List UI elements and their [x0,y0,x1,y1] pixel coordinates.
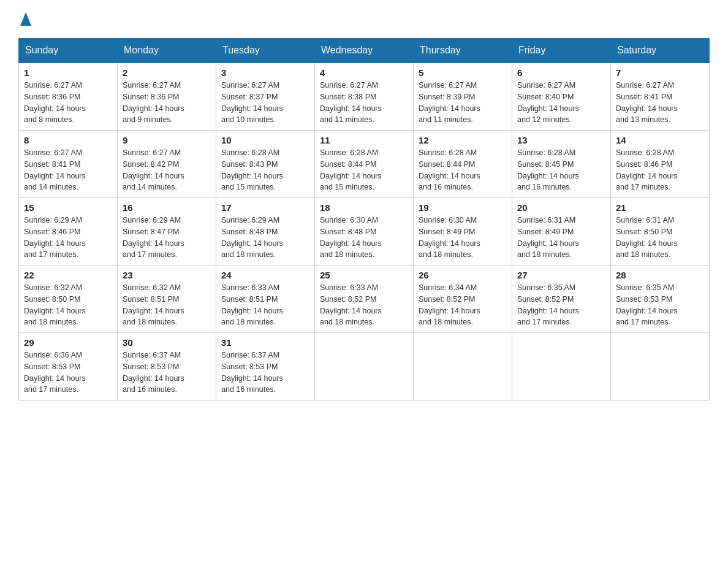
logo-triangle-icon [20,12,31,26]
day-number: 13 [517,135,605,145]
calendar-week-row: 1 Sunrise: 6:27 AMSunset: 8:36 PMDayligh… [19,63,710,131]
weekday-header-tuesday: Tuesday [216,39,315,63]
calendar-day-cell: 17 Sunrise: 6:29 AMSunset: 8:48 PMDaylig… [216,198,315,266]
day-info: Sunrise: 6:27 AMSunset: 8:36 PMDaylight:… [123,81,184,124]
weekday-header-wednesday: Wednesday [315,39,414,63]
day-number: 31 [221,337,309,348]
day-number: 3 [221,67,309,78]
weekday-header-friday: Friday [512,39,611,63]
day-number: 10 [221,135,309,145]
calendar-day-cell: 23 Sunrise: 6:32 AMSunset: 8:51 PMDaylig… [118,266,216,333]
day-info: Sunrise: 6:33 AMSunset: 8:52 PMDaylight:… [320,283,382,326]
day-number: 17 [221,202,309,213]
day-info: Sunrise: 6:28 AMSunset: 8:43 PMDaylight:… [221,148,283,191]
day-info: Sunrise: 6:28 AMSunset: 8:45 PMDaylight:… [517,148,579,191]
day-info: Sunrise: 6:35 AMSunset: 8:52 PMDaylight:… [517,283,579,326]
calendar-day-cell: 29 Sunrise: 6:36 AMSunset: 8:53 PMDaylig… [19,333,118,400]
day-number: 2 [123,67,211,78]
calendar-day-cell: 28 Sunrise: 6:35 AMSunset: 8:53 PMDaylig… [611,266,710,333]
day-info: Sunrise: 6:34 AMSunset: 8:52 PMDaylight:… [419,283,480,326]
calendar-week-row: 8 Sunrise: 6:27 AMSunset: 8:41 PMDayligh… [19,131,710,198]
day-number: 6 [517,67,605,78]
weekday-header-monday: Monday [118,39,216,63]
calendar-day-cell: 14 Sunrise: 6:28 AMSunset: 8:46 PMDaylig… [611,131,710,198]
day-info: Sunrise: 6:31 AMSunset: 8:49 PMDaylight:… [517,216,579,259]
day-number: 18 [320,202,408,213]
day-info: Sunrise: 6:32 AMSunset: 8:50 PMDaylight:… [24,283,86,326]
day-info: Sunrise: 6:29 AMSunset: 8:48 PMDaylight:… [221,216,283,259]
day-number: 28 [616,270,704,280]
calendar-empty-cell [512,333,611,400]
calendar-day-cell: 5 Sunrise: 6:27 AMSunset: 8:39 PMDayligh… [414,63,512,131]
calendar-empty-cell [611,333,710,400]
logo [18,12,33,27]
calendar-day-cell: 24 Sunrise: 6:33 AMSunset: 8:51 PMDaylig… [216,266,315,333]
day-number: 5 [419,67,507,78]
calendar-day-cell: 19 Sunrise: 6:30 AMSunset: 8:49 PMDaylig… [414,198,512,266]
day-info: Sunrise: 6:30 AMSunset: 8:48 PMDaylight:… [320,216,382,259]
day-number: 27 [517,270,605,280]
day-number: 22 [24,270,112,280]
day-number: 25 [320,270,408,280]
calendar-week-row: 15 Sunrise: 6:29 AMSunset: 8:46 PMDaylig… [19,198,710,266]
calendar-day-cell: 12 Sunrise: 6:28 AMSunset: 8:44 PMDaylig… [414,131,512,198]
day-number: 15 [24,202,112,213]
day-info: Sunrise: 6:31 AMSunset: 8:50 PMDaylight:… [616,216,678,259]
calendar-day-cell: 10 Sunrise: 6:28 AMSunset: 8:43 PMDaylig… [216,131,315,198]
calendar-week-row: 22 Sunrise: 6:32 AMSunset: 8:50 PMDaylig… [19,266,710,333]
day-number: 24 [221,270,309,280]
day-number: 21 [616,202,704,213]
calendar-week-row: 29 Sunrise: 6:36 AMSunset: 8:53 PMDaylig… [19,333,710,400]
day-info: Sunrise: 6:28 AMSunset: 8:44 PMDaylight:… [419,148,480,191]
day-info: Sunrise: 6:27 AMSunset: 8:41 PMDaylight:… [24,148,86,191]
day-info: Sunrise: 6:27 AMSunset: 8:39 PMDaylight:… [419,81,480,124]
calendar-empty-cell [315,333,414,400]
day-info: Sunrise: 6:32 AMSunset: 8:51 PMDaylight:… [123,283,184,326]
day-number: 11 [320,135,408,145]
calendar-day-cell: 15 Sunrise: 6:29 AMSunset: 8:46 PMDaylig… [19,198,118,266]
weekday-header-thursday: Thursday [414,39,512,63]
calendar-day-cell: 7 Sunrise: 6:27 AMSunset: 8:41 PMDayligh… [611,63,710,131]
calendar-day-cell: 2 Sunrise: 6:27 AMSunset: 8:36 PMDayligh… [118,63,216,131]
svg-marker-0 [20,12,31,26]
day-number: 7 [616,67,704,78]
day-info: Sunrise: 6:33 AMSunset: 8:51 PMDaylight:… [221,283,283,326]
weekday-header-saturday: Saturday [611,39,710,63]
day-number: 1 [24,67,112,78]
weekday-header-sunday: Sunday [19,39,118,63]
calendar-day-cell: 27 Sunrise: 6:35 AMSunset: 8:52 PMDaylig… [512,266,611,333]
day-number: 19 [419,202,507,213]
day-number: 8 [24,135,112,145]
calendar-day-cell: 26 Sunrise: 6:34 AMSunset: 8:52 PMDaylig… [414,266,512,333]
day-number: 23 [123,270,211,280]
day-info: Sunrise: 6:27 AMSunset: 8:38 PMDaylight:… [320,81,382,124]
calendar-day-cell: 13 Sunrise: 6:28 AMSunset: 8:45 PMDaylig… [512,131,611,198]
calendar-day-cell: 6 Sunrise: 6:27 AMSunset: 8:40 PMDayligh… [512,63,611,131]
weekday-header-row: SundayMondayTuesdayWednesdayThursdayFrid… [19,39,710,63]
day-number: 14 [616,135,704,145]
calendar-day-cell: 25 Sunrise: 6:33 AMSunset: 8:52 PMDaylig… [315,266,414,333]
calendar-day-cell: 3 Sunrise: 6:27 AMSunset: 8:37 PMDayligh… [216,63,315,131]
day-info: Sunrise: 6:27 AMSunset: 8:36 PMDaylight:… [24,81,86,124]
calendar-day-cell: 8 Sunrise: 6:27 AMSunset: 8:41 PMDayligh… [19,131,118,198]
calendar-day-cell: 4 Sunrise: 6:27 AMSunset: 8:38 PMDayligh… [315,63,414,131]
day-info: Sunrise: 6:29 AMSunset: 8:46 PMDaylight:… [24,216,86,259]
day-info: Sunrise: 6:29 AMSunset: 8:47 PMDaylight:… [123,216,184,259]
calendar-day-cell: 11 Sunrise: 6:28 AMSunset: 8:44 PMDaylig… [315,131,414,198]
day-info: Sunrise: 6:28 AMSunset: 8:44 PMDaylight:… [320,148,382,191]
day-number: 30 [123,337,211,348]
day-number: 9 [123,135,211,145]
calendar-table: SundayMondayTuesdayWednesdayThursdayFrid… [18,38,710,400]
day-info: Sunrise: 6:30 AMSunset: 8:49 PMDaylight:… [419,216,480,259]
calendar-day-cell: 30 Sunrise: 6:37 AMSunset: 8:53 PMDaylig… [118,333,216,400]
day-info: Sunrise: 6:37 AMSunset: 8:53 PMDaylight:… [123,351,184,394]
calendar-empty-cell [414,333,512,400]
day-number: 20 [517,202,605,213]
day-info: Sunrise: 6:27 AMSunset: 8:37 PMDaylight:… [221,81,283,124]
calendar-day-cell: 9 Sunrise: 6:27 AMSunset: 8:42 PMDayligh… [118,131,216,198]
day-info: Sunrise: 6:36 AMSunset: 8:53 PMDaylight:… [24,351,86,394]
page-header [18,12,710,27]
day-info: Sunrise: 6:37 AMSunset: 8:53 PMDaylight:… [221,351,283,394]
calendar-day-cell: 18 Sunrise: 6:30 AMSunset: 8:48 PMDaylig… [315,198,414,266]
day-info: Sunrise: 6:28 AMSunset: 8:46 PMDaylight:… [616,148,678,191]
